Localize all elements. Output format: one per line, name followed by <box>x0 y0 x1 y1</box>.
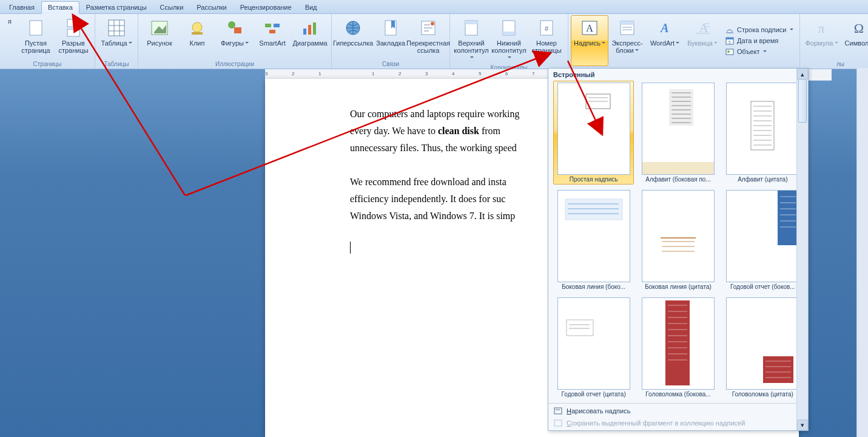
svg-rect-19 <box>308 25 311 35</box>
svg-rect-82 <box>642 191 714 282</box>
thumbnail <box>642 83 715 175</box>
ribbon-icon: A <box>580 17 599 39</box>
gallery-item-simple[interactable]: Простая надпись <box>553 81 634 185</box>
ribbon-label: Буквица <box>687 39 718 47</box>
ribbon-icon: π <box>812 17 830 39</box>
ribbon-button-номер-страницы[interactable]: #Номерстраницы <box>528 15 565 63</box>
ribbon-button-фигуры[interactable]: Фигуры <box>216 15 254 59</box>
svg-text:A: A <box>586 23 593 33</box>
ribbon-icon <box>382 17 400 39</box>
ribbon-label: WordArt <box>650 39 679 47</box>
text: unnecessary files. Thus, the working spe… <box>350 143 517 153</box>
ribbon-label: Рисунок <box>147 39 172 47</box>
caption: Алфавит (боковая по... <box>642 176 714 183</box>
caption: Боковая линия (цитата) <box>642 283 714 290</box>
gallery-item-annual-quote[interactable]: Годовой отчет (цитата) <box>553 296 634 399</box>
ribbon: яПустаястраницаРазрывстраницыСтраницыТаб… <box>0 14 868 69</box>
ribbon-group: ГиперссылкаЗакладкаПерекрестнаяссылкаСвя… <box>332 14 450 69</box>
ribbon-button-надпись[interactable]: AНадпись <box>571 15 608 66</box>
ribbon-button-таблица[interactable]: Таблица <box>98 15 135 59</box>
gallery-item-line-side[interactable]: Боковая линия (боко... <box>553 188 634 292</box>
svg-rect-56 <box>669 89 693 126</box>
ribbon-button-клип[interactable]: Клип <box>178 15 216 59</box>
scroll-down-button[interactable]: ▾ <box>797 419 808 430</box>
caption: Головоломка (цитата) <box>727 391 798 398</box>
label: Дата и время <box>737 37 778 44</box>
ribbon-icon <box>462 17 480 39</box>
ribbon-button-верхний-колонтитул[interactable]: Верхнийколонтитул <box>453 15 490 63</box>
ribbon-label: Закладка <box>376 39 405 47</box>
text: efficiency independently. It does for su… <box>350 194 505 204</box>
ribbon-side-строка-подписи[interactable]: Строка подписи <box>725 25 793 35</box>
svg-rect-117 <box>554 408 562 414</box>
save-icon <box>553 418 563 428</box>
ribbon-button-wordart[interactable]: AWordArt <box>646 15 684 66</box>
ribbon-button-рисунок[interactable]: Рисунок <box>141 15 178 59</box>
ribbon-button-я[interactable]: я <box>2 15 17 59</box>
label: Сохранить выделенный фрагмент в коллекци… <box>567 419 745 427</box>
ribbon-group: ТаблицаТаблицы <box>95 14 138 69</box>
gallery-scrollbar[interactable]: ▴ ▾ <box>796 69 808 430</box>
label: Строка подписи <box>737 26 786 33</box>
gallery-item-alpha-side[interactable]: Алфавит (боковая по... <box>638 81 718 185</box>
ribbon-label: Верхнийколонтитул <box>454 39 489 61</box>
tab-разметка страницы[interactable]: Разметка страницы <box>79 1 153 13</box>
tab-ссылки[interactable]: Ссылки <box>153 1 190 13</box>
ribbon-label: Фигуры <box>221 39 249 47</box>
svg-rect-27 <box>465 21 477 24</box>
caption: Алфавит (цитата) <box>727 176 798 183</box>
gallery-item-line-quote[interactable]: Боковая линия (цитата) <box>638 188 718 292</box>
ribbon-icon <box>344 17 362 39</box>
gallery-item-annual-side[interactable]: Годовой отчет (боков... <box>722 188 803 292</box>
thumbnail <box>642 190 715 282</box>
svg-point-48 <box>727 50 730 53</box>
svg-rect-51 <box>558 83 630 174</box>
ribbon-button-нижний-колонтитул[interactable]: Нижнийколонтитул <box>490 15 528 63</box>
ribbon-icon <box>188 17 206 39</box>
gallery-item-alpha-quote[interactable]: Алфавит (цитата) <box>722 81 803 185</box>
group-label: Страницы <box>0 61 95 69</box>
draw-textbox-command[interactable]: Нарисовать надпись <box>553 406 803 416</box>
scroll-up-button[interactable]: ▴ <box>797 69 808 80</box>
ribbon-icon <box>618 17 636 39</box>
tab-вставка[interactable]: Вставка <box>41 1 79 14</box>
ribbon-label: Номерстраницы <box>530 39 564 61</box>
tab-рецензирование[interactable]: Рецензирование <box>234 1 298 13</box>
document-scrollbar[interactable] <box>856 68 868 437</box>
ribbon-button-перекрестная-ссылка[interactable]: Перекрестнаяссылка <box>409 15 447 59</box>
scroll-thumb[interactable] <box>798 79 807 123</box>
icon: 5 <box>725 36 735 46</box>
gallery-item-puzzle-side[interactable]: Головоломка (бокова... <box>638 296 718 399</box>
text-bold: clean disk <box>438 126 479 136</box>
svg-rect-45 <box>726 38 733 39</box>
svg-rect-95 <box>558 298 630 389</box>
ribbon-label: SmartArt <box>259 39 285 47</box>
ribbon-group: ВерхнийколонтитулНижнийколонтитул#Номерс… <box>450 14 568 69</box>
ribbon-button-диаграмма[interactable]: Диаграмма <box>291 15 329 59</box>
svg-rect-1 <box>30 21 42 35</box>
ribbon-button-гиперссылка[interactable]: Гиперссылка <box>334 15 372 59</box>
ribbon-side-объект[interactable]: Объект <box>725 47 793 56</box>
ribbon-icon <box>107 17 126 39</box>
ribbon-button-формула: πФормула <box>802 15 840 59</box>
ribbon-icon <box>419 17 437 39</box>
label: Нарисовать надпись <box>567 407 630 415</box>
ribbon-side-дата-и-время[interactable]: 5Дата и время <box>725 36 793 46</box>
ribbon-label: я <box>8 17 12 25</box>
ribbon-button-smartart[interactable]: SmartArt <box>254 15 291 59</box>
ribbon-button-пустая-страница[interactable]: Пустаястраница <box>17 15 55 59</box>
tab-вид[interactable]: Вид <box>298 1 324 13</box>
gallery-item-puzzle-quote[interactable]: Головоломка (цитата) <box>722 296 803 399</box>
ribbon-button-разрыв-страницы[interactable]: Разрывстраницы <box>55 15 92 59</box>
ribbon-button-экспресс-блоки[interactable]: Экспресс-блоки <box>608 15 646 66</box>
tab-рассылки[interactable]: Рассылки <box>190 1 233 13</box>
save-selection-command: Сохранить выделенный фрагмент в коллекци… <box>553 418 803 428</box>
ribbon-label: Перекрестнаяссылка <box>406 39 450 54</box>
svg-rect-2 <box>67 19 79 27</box>
icon <box>725 25 735 35</box>
tab-главная[interactable]: Главная <box>2 1 41 13</box>
ribbon-label: Диаграмма <box>292 39 327 47</box>
text: We recommend free download and insta <box>350 177 506 187</box>
ribbon-button-закладка[interactable]: Закладка <box>372 15 409 59</box>
ribbon-button-символ[interactable]: ΩСимвол <box>840 15 868 59</box>
